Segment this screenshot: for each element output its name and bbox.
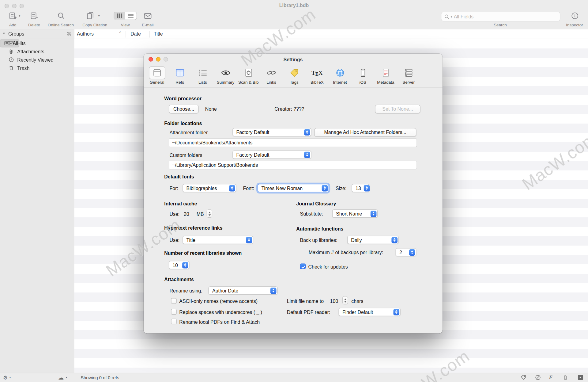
tab-lists[interactable]: Lists — [191, 65, 214, 87]
for-select[interactable]: Bibliographies — [183, 184, 236, 192]
size-select[interactable]: 13 — [352, 184, 370, 192]
tab-refs[interactable]: Refs — [168, 65, 191, 87]
cloud-sync-icon[interactable]: ☁ — [58, 374, 64, 381]
status-text: Showing 0 of 0 refs — [81, 375, 119, 380]
email-icon[interactable] — [143, 11, 152, 22]
select-arrows-icon — [394, 309, 400, 315]
backup-label: Back up libraries: — [300, 237, 337, 243]
check-updates-label: Check for updates — [308, 264, 348, 269]
recent-libraries-select[interactable]: 10 — [169, 261, 189, 269]
limit-filename-stepper[interactable] — [342, 296, 348, 304]
sidebar-item-trash[interactable]: Trash — [0, 64, 74, 72]
manage-ad-hoc-button[interactable]: Manage Ad Hoc Attachment Folders... — [314, 128, 416, 137]
tab-tags[interactable]: Tags — [283, 65, 306, 87]
column-title[interactable]: Title — [154, 31, 163, 37]
word-processor-header: Word processor — [164, 96, 202, 101]
sort-indicator-icon[interactable]: ^ — [119, 30, 121, 35]
globe-icon — [332, 67, 348, 79]
search-field[interactable]: ▾ — [441, 12, 560, 21]
ascii-only-checkbox[interactable] — [171, 298, 176, 304]
server-icon — [400, 67, 417, 79]
underscores-checkbox[interactable] — [171, 309, 176, 315]
settings-titlebar[interactable]: Settings — [144, 54, 443, 65]
no-attachment-filter-icon[interactable] — [535, 375, 541, 381]
rename-pdfs-checkbox[interactable] — [171, 319, 176, 324]
tab-bibtex[interactable]: TEX BibTeX — [306, 65, 329, 87]
groups-header[interactable]: ▾ Groups ⌘ — [0, 29, 74, 39]
limit-filename-value[interactable]: 100 — [330, 298, 338, 304]
column-authors[interactable]: Authors — [77, 31, 94, 37]
attachment-folder-label: Attachment folder — [169, 130, 208, 136]
tab-server[interactable]: Server — [397, 65, 420, 87]
tag-icon — [286, 67, 303, 79]
search-scope-chevron-icon[interactable]: ▾ — [451, 15, 452, 18]
hypertext-use-select[interactable]: Title — [183, 236, 253, 244]
add-menu-chevron-icon[interactable]: ▾ — [19, 14, 20, 18]
toggle-panel-icon[interactable] — [578, 375, 584, 381]
attachment-filter-icon[interactable] — [563, 375, 568, 381]
view-list-segment[interactable] — [125, 12, 137, 19]
cache-use-label: Use: — [169, 211, 179, 217]
tab-scan-bib[interactable]: Scan & Bib — [237, 65, 260, 87]
tab-ios[interactable]: iOS — [351, 65, 374, 87]
column-divider[interactable] — [149, 31, 149, 37]
cache-value[interactable]: 20 — [184, 211, 189, 217]
limit-filename-unit: chars — [351, 298, 363, 304]
tab-metadata[interactable]: Metadata — [374, 65, 397, 87]
attachment-folder-select[interactable]: Factory Default — [232, 128, 311, 136]
copy-citation-icon[interactable] — [86, 11, 95, 22]
substitute-select[interactable]: Short Name — [332, 209, 378, 218]
copy-citation-menu-chevron-icon[interactable]: ▾ — [98, 14, 100, 18]
delete-button[interactable]: Delete — [25, 22, 43, 27]
tab-links[interactable]: Links — [260, 65, 283, 87]
hypertext-header: Hypertext reference links — [164, 225, 222, 231]
column-date[interactable]: Date — [130, 31, 141, 37]
column-divider[interactable] — [126, 31, 126, 37]
rename-using-label: Rename using: — [169, 288, 202, 293]
inspector-icon[interactable] — [571, 12, 579, 21]
rename-using-select[interactable]: Author Date — [209, 286, 277, 295]
gear-icon[interactable]: ⚙ — [3, 375, 8, 381]
tag-filter-icon[interactable] — [521, 375, 526, 381]
custom-folders-select[interactable]: Factory Default — [232, 151, 311, 159]
iphone-icon — [355, 67, 371, 79]
inspector-button[interactable]: Inspector — [561, 22, 588, 27]
online-search-button[interactable]: Online Search — [44, 22, 77, 27]
disclosure-triangle-icon[interactable]: ▾ — [3, 31, 5, 35]
choose-button[interactable]: Choose... — [169, 105, 199, 113]
max-backups-select[interactable]: 2 — [396, 248, 416, 256]
tab-general[interactable]: General — [145, 65, 168, 87]
command-key-icon: ⌘ — [67, 31, 72, 37]
sidebar: ▾ Groups ⌘ All Hits Attachments — [0, 29, 74, 373]
select-arrows-icon — [270, 287, 277, 294]
add-button[interactable]: Add — [5, 22, 20, 27]
custom-folders-label: Custom folders — [169, 152, 202, 158]
copy-citation-button[interactable]: Copy Citation — [76, 22, 114, 27]
add-icon[interactable] — [8, 11, 17, 22]
custom-path-field[interactable] — [169, 161, 417, 169]
cache-stepper[interactable] — [207, 209, 212, 218]
journal-glossary-header: Journal Glossary — [296, 201, 336, 206]
tab-internet[interactable]: Internet — [329, 65, 352, 87]
view-columns-segment[interactable] — [114, 12, 125, 19]
sidebar-item-hits[interactable]: Hits — [0, 39, 74, 47]
tab-summary[interactable]: Summary — [214, 65, 237, 87]
attachment-path-field[interactable] — [169, 139, 417, 147]
pdf-reader-select[interactable]: Finder Default — [339, 308, 401, 316]
search-input[interactable] — [454, 14, 557, 19]
gear-menu-chevron-icon[interactable]: ▾ — [9, 376, 11, 379]
minimize-settings-button[interactable] — [156, 57, 160, 62]
select-arrows-icon — [391, 237, 398, 243]
email-button[interactable]: E-mail — [138, 22, 157, 27]
sidebar-item-attachments[interactable]: Attachments — [0, 47, 74, 55]
online-search-icon[interactable] — [57, 11, 66, 22]
backup-select[interactable]: Daily — [347, 236, 399, 244]
sidebar-item-recently-viewed[interactable]: Recently Viewed — [0, 55, 74, 64]
close-settings-button[interactable] — [149, 57, 153, 62]
format-filter-icon[interactable]: F — [549, 374, 552, 380]
cloud-menu-chevron-icon[interactable]: ▾ — [66, 376, 67, 379]
select-arrows-icon — [229, 185, 235, 191]
delete-icon[interactable] — [30, 11, 39, 22]
font-select[interactable]: Times New Roman — [258, 184, 329, 192]
check-updates-checkbox[interactable] — [300, 264, 306, 269]
